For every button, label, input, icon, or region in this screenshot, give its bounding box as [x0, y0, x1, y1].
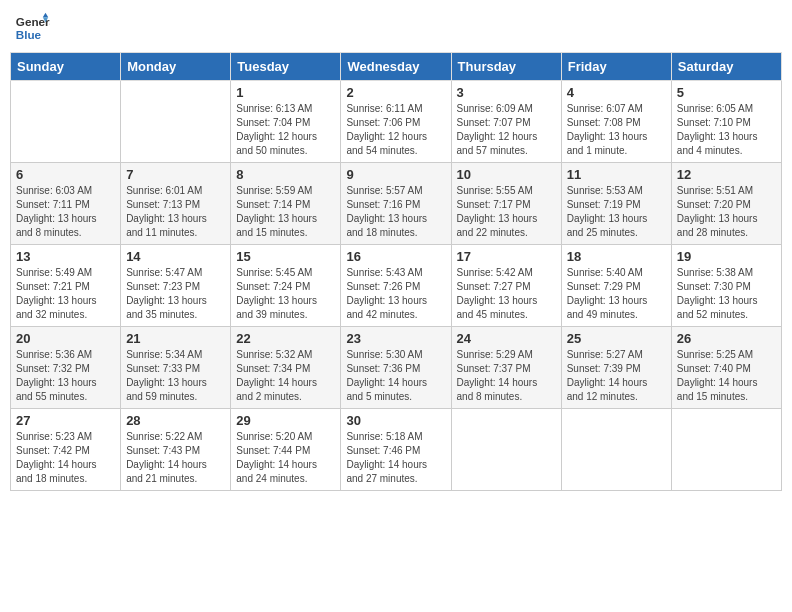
- day-number: 29: [236, 413, 335, 428]
- day-number: 18: [567, 249, 666, 264]
- day-number: 21: [126, 331, 225, 346]
- calendar-cell: 11Sunrise: 5:53 AM Sunset: 7:19 PM Dayli…: [561, 163, 671, 245]
- day-info: Sunrise: 5:25 AM Sunset: 7:40 PM Dayligh…: [677, 348, 776, 404]
- day-info: Sunrise: 5:30 AM Sunset: 7:36 PM Dayligh…: [346, 348, 445, 404]
- day-info: Sunrise: 5:29 AM Sunset: 7:37 PM Dayligh…: [457, 348, 556, 404]
- day-number: 11: [567, 167, 666, 182]
- calendar-cell: 22Sunrise: 5:32 AM Sunset: 7:34 PM Dayli…: [231, 327, 341, 409]
- calendar-cell: 16Sunrise: 5:43 AM Sunset: 7:26 PM Dayli…: [341, 245, 451, 327]
- weekday-header-sunday: Sunday: [11, 53, 121, 81]
- header: General Blue: [10, 10, 782, 46]
- day-number: 17: [457, 249, 556, 264]
- calendar-cell: 9Sunrise: 5:57 AM Sunset: 7:16 PM Daylig…: [341, 163, 451, 245]
- day-info: Sunrise: 5:43 AM Sunset: 7:26 PM Dayligh…: [346, 266, 445, 322]
- calendar-cell: 21Sunrise: 5:34 AM Sunset: 7:33 PM Dayli…: [121, 327, 231, 409]
- calendar-cell: 20Sunrise: 5:36 AM Sunset: 7:32 PM Dayli…: [11, 327, 121, 409]
- day-info: Sunrise: 5:36 AM Sunset: 7:32 PM Dayligh…: [16, 348, 115, 404]
- calendar-cell: [11, 81, 121, 163]
- day-info: Sunrise: 5:49 AM Sunset: 7:21 PM Dayligh…: [16, 266, 115, 322]
- day-number: 4: [567, 85, 666, 100]
- calendar-cell: 13Sunrise: 5:49 AM Sunset: 7:21 PM Dayli…: [11, 245, 121, 327]
- calendar-cell: 5Sunrise: 6:05 AM Sunset: 7:10 PM Daylig…: [671, 81, 781, 163]
- day-info: Sunrise: 6:05 AM Sunset: 7:10 PM Dayligh…: [677, 102, 776, 158]
- calendar-cell: 6Sunrise: 6:03 AM Sunset: 7:11 PM Daylig…: [11, 163, 121, 245]
- weekday-header-friday: Friday: [561, 53, 671, 81]
- logo-icon: General Blue: [14, 10, 50, 46]
- weekday-header-monday: Monday: [121, 53, 231, 81]
- day-info: Sunrise: 5:45 AM Sunset: 7:24 PM Dayligh…: [236, 266, 335, 322]
- day-info: Sunrise: 6:13 AM Sunset: 7:04 PM Dayligh…: [236, 102, 335, 158]
- calendar-cell: [671, 409, 781, 491]
- calendar-cell: 17Sunrise: 5:42 AM Sunset: 7:27 PM Dayli…: [451, 245, 561, 327]
- day-info: Sunrise: 5:47 AM Sunset: 7:23 PM Dayligh…: [126, 266, 225, 322]
- calendar-cell: 18Sunrise: 5:40 AM Sunset: 7:29 PM Dayli…: [561, 245, 671, 327]
- day-number: 7: [126, 167, 225, 182]
- day-number: 28: [126, 413, 225, 428]
- day-number: 26: [677, 331, 776, 346]
- day-number: 14: [126, 249, 225, 264]
- weekday-header-saturday: Saturday: [671, 53, 781, 81]
- day-info: Sunrise: 5:27 AM Sunset: 7:39 PM Dayligh…: [567, 348, 666, 404]
- day-info: Sunrise: 5:32 AM Sunset: 7:34 PM Dayligh…: [236, 348, 335, 404]
- calendar-cell: 27Sunrise: 5:23 AM Sunset: 7:42 PM Dayli…: [11, 409, 121, 491]
- day-number: 23: [346, 331, 445, 346]
- calendar-cell: 19Sunrise: 5:38 AM Sunset: 7:30 PM Dayli…: [671, 245, 781, 327]
- calendar-cell: 29Sunrise: 5:20 AM Sunset: 7:44 PM Dayli…: [231, 409, 341, 491]
- day-number: 13: [16, 249, 115, 264]
- calendar-cell: 26Sunrise: 5:25 AM Sunset: 7:40 PM Dayli…: [671, 327, 781, 409]
- calendar-cell: 28Sunrise: 5:22 AM Sunset: 7:43 PM Dayli…: [121, 409, 231, 491]
- day-info: Sunrise: 6:09 AM Sunset: 7:07 PM Dayligh…: [457, 102, 556, 158]
- day-info: Sunrise: 6:11 AM Sunset: 7:06 PM Dayligh…: [346, 102, 445, 158]
- calendar-cell: 1Sunrise: 6:13 AM Sunset: 7:04 PM Daylig…: [231, 81, 341, 163]
- day-info: Sunrise: 5:42 AM Sunset: 7:27 PM Dayligh…: [457, 266, 556, 322]
- calendar-cell: 2Sunrise: 6:11 AM Sunset: 7:06 PM Daylig…: [341, 81, 451, 163]
- calendar-cell: 12Sunrise: 5:51 AM Sunset: 7:20 PM Dayli…: [671, 163, 781, 245]
- calendar-cell: 30Sunrise: 5:18 AM Sunset: 7:46 PM Dayli…: [341, 409, 451, 491]
- day-number: 10: [457, 167, 556, 182]
- day-number: 16: [346, 249, 445, 264]
- calendar-cell: [121, 81, 231, 163]
- day-number: 6: [16, 167, 115, 182]
- day-number: 24: [457, 331, 556, 346]
- day-number: 22: [236, 331, 335, 346]
- weekday-header-wednesday: Wednesday: [341, 53, 451, 81]
- day-info: Sunrise: 6:07 AM Sunset: 7:08 PM Dayligh…: [567, 102, 666, 158]
- day-number: 25: [567, 331, 666, 346]
- day-number: 9: [346, 167, 445, 182]
- calendar-cell: [451, 409, 561, 491]
- svg-text:Blue: Blue: [16, 28, 42, 41]
- day-number: 12: [677, 167, 776, 182]
- day-number: 27: [16, 413, 115, 428]
- day-info: Sunrise: 5:57 AM Sunset: 7:16 PM Dayligh…: [346, 184, 445, 240]
- day-info: Sunrise: 6:01 AM Sunset: 7:13 PM Dayligh…: [126, 184, 225, 240]
- day-number: 15: [236, 249, 335, 264]
- calendar-cell: 8Sunrise: 5:59 AM Sunset: 7:14 PM Daylig…: [231, 163, 341, 245]
- calendar-cell: 14Sunrise: 5:47 AM Sunset: 7:23 PM Dayli…: [121, 245, 231, 327]
- day-info: Sunrise: 5:51 AM Sunset: 7:20 PM Dayligh…: [677, 184, 776, 240]
- day-info: Sunrise: 5:55 AM Sunset: 7:17 PM Dayligh…: [457, 184, 556, 240]
- day-info: Sunrise: 6:03 AM Sunset: 7:11 PM Dayligh…: [16, 184, 115, 240]
- day-number: 8: [236, 167, 335, 182]
- day-number: 20: [16, 331, 115, 346]
- day-info: Sunrise: 5:20 AM Sunset: 7:44 PM Dayligh…: [236, 430, 335, 486]
- calendar-cell: 25Sunrise: 5:27 AM Sunset: 7:39 PM Dayli…: [561, 327, 671, 409]
- day-number: 5: [677, 85, 776, 100]
- logo: General Blue: [14, 10, 50, 46]
- day-info: Sunrise: 5:34 AM Sunset: 7:33 PM Dayligh…: [126, 348, 225, 404]
- calendar-cell: 10Sunrise: 5:55 AM Sunset: 7:17 PM Dayli…: [451, 163, 561, 245]
- day-number: 2: [346, 85, 445, 100]
- calendar-cell: [561, 409, 671, 491]
- day-number: 1: [236, 85, 335, 100]
- day-info: Sunrise: 5:38 AM Sunset: 7:30 PM Dayligh…: [677, 266, 776, 322]
- weekday-header-thursday: Thursday: [451, 53, 561, 81]
- calendar-cell: 15Sunrise: 5:45 AM Sunset: 7:24 PM Dayli…: [231, 245, 341, 327]
- day-info: Sunrise: 5:22 AM Sunset: 7:43 PM Dayligh…: [126, 430, 225, 486]
- calendar-cell: 3Sunrise: 6:09 AM Sunset: 7:07 PM Daylig…: [451, 81, 561, 163]
- day-info: Sunrise: 5:23 AM Sunset: 7:42 PM Dayligh…: [16, 430, 115, 486]
- day-number: 19: [677, 249, 776, 264]
- day-info: Sunrise: 5:59 AM Sunset: 7:14 PM Dayligh…: [236, 184, 335, 240]
- day-info: Sunrise: 5:18 AM Sunset: 7:46 PM Dayligh…: [346, 430, 445, 486]
- weekday-header-tuesday: Tuesday: [231, 53, 341, 81]
- calendar-cell: 24Sunrise: 5:29 AM Sunset: 7:37 PM Dayli…: [451, 327, 561, 409]
- calendar-table: SundayMondayTuesdayWednesdayThursdayFrid…: [10, 52, 782, 491]
